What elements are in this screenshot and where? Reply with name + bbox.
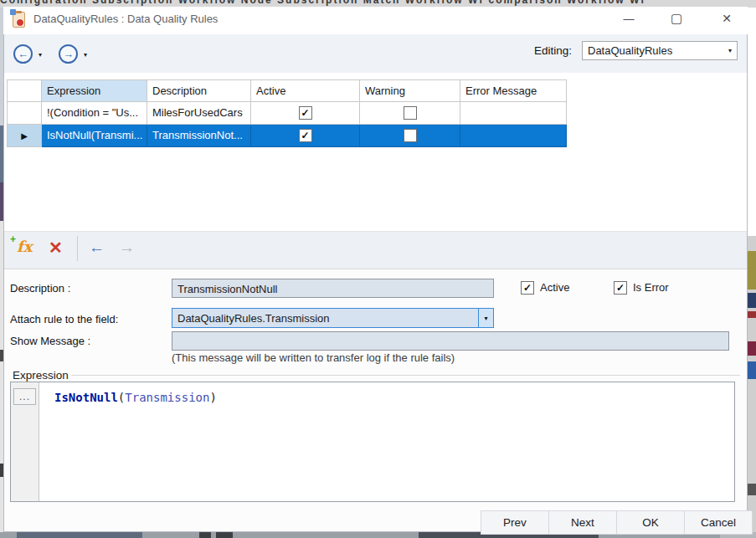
warning-checkbox[interactable] [404, 129, 417, 142]
close-button[interactable]: ✕ [717, 10, 736, 27]
plus-icon: + [10, 233, 16, 245]
caret-down-icon: ▾ [39, 51, 42, 59]
prev-button[interactable]: Prev [481, 510, 549, 535]
active-checkbox-group[interactable]: ✓ Active [521, 281, 569, 295]
table-row-selected[interactable]: ▶ IsNotNull(Transmi... TransmissionNot..… [7, 125, 568, 147]
function-token: IsNotNull [54, 391, 118, 404]
show-message-hint: (This message will be written to transfe… [172, 351, 455, 364]
cell-active[interactable]: ✓ [251, 102, 360, 125]
cell-expression[interactable]: !(Condition = "Us... [42, 102, 147, 125]
expression-code-line[interactable]: IsNotNull(Transmission) [54, 391, 217, 404]
active-checkbox[interactable]: ✓ [299, 129, 312, 142]
description-field[interactable]: TransmissionNotNull [172, 279, 494, 298]
ellipsis-icon: ... [19, 391, 30, 402]
attach-field-combobox-value: DataQualityRules.Transmission [172, 309, 478, 327]
cell-warning[interactable] [360, 125, 460, 147]
next-button[interactable]: Next [548, 510, 617, 535]
close-icon: ✕ [722, 12, 732, 25]
cancel-button[interactable]: Cancel [684, 510, 753, 535]
background-fragment [216, 532, 233, 538]
column-header-warning[interactable]: Warning [360, 79, 460, 102]
arrow-right-icon: → [119, 238, 135, 256]
argument-token: Transmission [125, 391, 209, 404]
expression-group-label: Expression [10, 369, 71, 382]
background-fragment [17, 532, 142, 538]
arrow-left-icon: ← [89, 238, 105, 256]
show-message-field[interactable] [172, 331, 729, 351]
grid-header-row: Expression Description Active Warning Er… [7, 79, 568, 102]
add-rule-button[interactable]: +fx [17, 238, 32, 255]
background-fragment [748, 293, 756, 308]
is-error-checkbox-group[interactable]: ✓ Is Error [614, 281, 669, 295]
cell-description[interactable]: MilesForUsedCars [147, 102, 251, 125]
background-fragment [199, 532, 211, 538]
is-error-checkbox-label: Is Error [633, 281, 669, 294]
clipboard-badge-icon [10, 9, 16, 15]
expression-editor[interactable]: ... IsNotNull(Transmission) [10, 382, 735, 502]
rules-grid: Expression Description Active Warning Er… [7, 79, 568, 147]
row-header[interactable] [7, 102, 42, 125]
grid-corner-header[interactable] [7, 79, 42, 102]
row-header[interactable]: ▶ [7, 125, 42, 147]
previous-rule-button[interactable]: ← [89, 238, 105, 257]
forward-button[interactable]: → [59, 44, 78, 64]
is-error-checkbox[interactable]: ✓ [614, 281, 627, 295]
rule-toolbar [4, 231, 747, 269]
delete-rule-button[interactable]: ✕ [49, 238, 63, 258]
cell-description[interactable]: TransmissionNot... [147, 125, 251, 147]
combobox-dropdown-button[interactable]: ▾ [478, 309, 493, 327]
current-row-indicator-icon: ▶ [21, 131, 28, 141]
active-checkbox-label: Active [540, 281, 569, 294]
maximize-button[interactable]: ▢ [667, 10, 686, 27]
editing-label: Editing: [534, 44, 572, 57]
description-label: Description : [10, 282, 70, 295]
cell-active[interactable]: ✓ [251, 125, 360, 147]
clipboard-clip-icon [16, 11, 22, 13]
editing-combobox[interactable]: DataQualityRules ▾ [582, 41, 738, 60]
back-dropdown-caret[interactable]: ▾ [39, 51, 42, 59]
background-fragment [748, 484, 756, 495]
close-paren-token: ) [209, 391, 216, 404]
active-checkbox[interactable]: ✓ [521, 281, 534, 295]
background-fragment [748, 361, 756, 379]
cell-warning[interactable] [360, 102, 460, 125]
maximize-icon: ▢ [671, 11, 682, 26]
column-header-expression[interactable]: Expression [42, 79, 147, 102]
column-header-active[interactable]: Active [251, 79, 360, 102]
background-fragment [748, 341, 756, 356]
minimize-button[interactable]: — [620, 10, 638, 27]
background-fragment [748, 311, 756, 318]
dialog-title: DataQualityRules : Data Quality Rules [33, 13, 218, 25]
back-button[interactable]: ← [13, 44, 33, 64]
cell-error-message[interactable] [460, 125, 567, 147]
screen: Configuration Subscription Workflow Node… [0, 0, 756, 538]
dialog-clipboard-icon [13, 12, 25, 28]
background-right-strip [748, 8, 756, 538]
fx-icon: fx [17, 238, 32, 255]
column-header-error-message[interactable]: Error Message [460, 79, 567, 102]
background-clipped-text: Configuration Subscription Workflow Node… [0, 0, 645, 6]
editing-combobox-value: DataQualityRules [588, 44, 728, 57]
attach-rule-label: Attach rule to the field: [10, 313, 118, 325]
clipboard-red-dot-icon [16, 18, 24, 27]
ok-button[interactable]: OK [616, 510, 685, 535]
attach-field-combobox[interactable]: DataQualityRules.Transmission ▾ [172, 308, 494, 328]
column-header-description[interactable]: Description [147, 79, 251, 102]
caret-down-icon: ▾ [84, 51, 87, 59]
forward-dropdown-caret[interactable]: ▾ [84, 51, 87, 59]
table-row[interactable]: !(Condition = "Us... MilesForUsedCars ✓ [7, 102, 568, 125]
caret-down-icon: ▾ [728, 47, 732, 54]
expression-groupbox-line [65, 375, 740, 376]
delete-x-icon: ✕ [49, 238, 63, 257]
back-arrow-icon: ← [18, 48, 28, 60]
next-rule-button[interactable]: → [119, 238, 135, 257]
cell-expression[interactable]: IsNotNull(Transmi... [42, 125, 147, 147]
forward-arrow-icon: → [63, 48, 74, 60]
show-message-label: Show Message : [10, 335, 90, 347]
cell-error-message[interactable] [460, 102, 567, 125]
warning-checkbox[interactable] [404, 106, 417, 120]
toolbar-separator [77, 236, 78, 261]
footer-buttons: Prev Next OK Cancel [481, 510, 753, 535]
active-checkbox[interactable]: ✓ [299, 106, 312, 120]
expression-builder-button[interactable]: ... [13, 388, 36, 405]
